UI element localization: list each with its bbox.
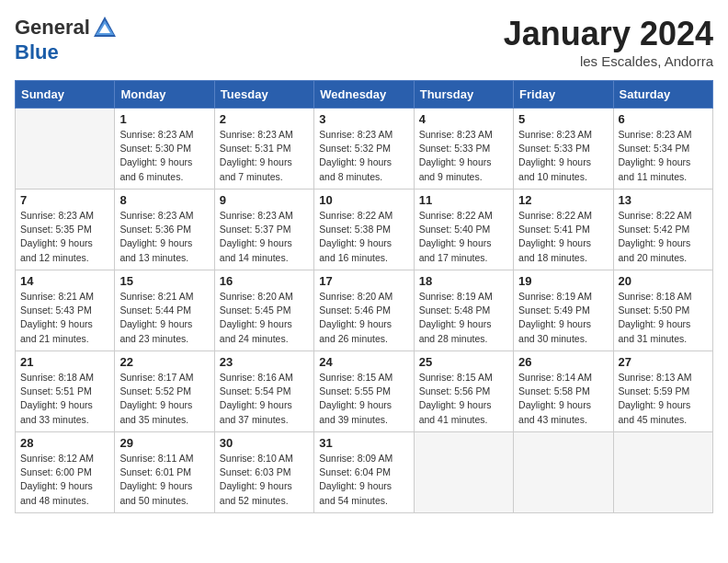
logo-icon [92, 15, 118, 40]
calendar-cell [414, 432, 513, 513]
calendar-cell: 20Sunrise: 8:18 AM Sunset: 5:50 PM Dayli… [613, 270, 712, 351]
calendar-col-header: Friday [514, 81, 613, 109]
day-number: 11 [419, 193, 508, 207]
day-number: 24 [319, 355, 408, 369]
page-header: General Blue January 2024 les Escaldes, … [15, 15, 713, 69]
day-detail: Sunrise: 8:21 AM Sunset: 5:43 PM Dayligh… [20, 290, 109, 346]
calendar-week-row: 21Sunrise: 8:18 AM Sunset: 5:51 PM Dayli… [16, 351, 713, 432]
day-detail: Sunrise: 8:18 AM Sunset: 5:51 PM Dayligh… [20, 371, 109, 427]
calendar-col-header: Thursday [414, 81, 513, 109]
day-number: 3 [319, 112, 408, 126]
day-detail: Sunrise: 8:23 AM Sunset: 5:35 PM Dayligh… [20, 209, 109, 265]
calendar-col-header: Sunday [16, 81, 115, 109]
day-number: 27 [619, 355, 708, 369]
calendar-week-row: 7Sunrise: 8:23 AM Sunset: 5:35 PM Daylig… [16, 190, 713, 270]
calendar-cell: 26Sunrise: 8:14 AM Sunset: 5:58 PM Dayli… [514, 351, 613, 432]
calendar-cell: 2Sunrise: 8:23 AM Sunset: 5:31 PM Daylig… [214, 109, 313, 190]
calendar-table: SundayMondayTuesdayWednesdayThursdayFrid… [15, 80, 713, 513]
day-number: 7 [20, 193, 109, 207]
day-number: 20 [619, 274, 708, 288]
day-detail: Sunrise: 8:23 AM Sunset: 5:30 PM Dayligh… [119, 128, 209, 184]
day-number: 25 [419, 355, 508, 369]
calendar-cell [16, 109, 115, 190]
day-detail: Sunrise: 8:19 AM Sunset: 5:48 PM Dayligh… [419, 290, 508, 346]
day-number: 1 [119, 112, 209, 126]
calendar-cell [514, 432, 613, 513]
day-number: 18 [419, 274, 508, 288]
day-detail: Sunrise: 8:13 AM Sunset: 5:59 PM Dayligh… [619, 371, 708, 427]
day-detail: Sunrise: 8:22 AM Sunset: 5:41 PM Dayligh… [518, 209, 608, 265]
day-detail: Sunrise: 8:21 AM Sunset: 5:44 PM Dayligh… [119, 290, 209, 346]
calendar-cell: 18Sunrise: 8:19 AM Sunset: 5:48 PM Dayli… [414, 270, 513, 351]
day-number: 28 [20, 436, 109, 450]
calendar-col-header: Monday [115, 81, 214, 109]
day-detail: Sunrise: 8:22 AM Sunset: 5:38 PM Dayligh… [319, 209, 408, 265]
day-number: 8 [119, 193, 209, 207]
calendar-cell: 5Sunrise: 8:23 AM Sunset: 5:33 PM Daylig… [514, 109, 613, 190]
calendar-week-row: 1Sunrise: 8:23 AM Sunset: 5:30 PM Daylig… [16, 109, 713, 190]
calendar-cell: 10Sunrise: 8:22 AM Sunset: 5:38 PM Dayli… [314, 190, 414, 270]
calendar-week-row: 14Sunrise: 8:21 AM Sunset: 5:43 PM Dayli… [16, 270, 713, 351]
logo: General Blue [15, 15, 118, 64]
calendar-cell: 15Sunrise: 8:21 AM Sunset: 5:44 PM Dayli… [115, 270, 214, 351]
calendar-cell: 7Sunrise: 8:23 AM Sunset: 5:35 PM Daylig… [16, 190, 115, 270]
month-title: January 2024 [504, 15, 713, 53]
calendar-week-row: 28Sunrise: 8:12 AM Sunset: 6:00 PM Dayli… [16, 432, 713, 513]
calendar-cell [613, 432, 712, 513]
calendar-cell: 3Sunrise: 8:23 AM Sunset: 5:32 PM Daylig… [314, 109, 414, 190]
day-detail: Sunrise: 8:23 AM Sunset: 5:31 PM Dayligh… [220, 128, 309, 184]
calendar-col-header: Tuesday [214, 81, 313, 109]
logo-general-text: General [15, 16, 90, 40]
calendar-col-header: Saturday [613, 81, 712, 109]
day-detail: Sunrise: 8:15 AM Sunset: 5:55 PM Dayligh… [319, 371, 408, 427]
day-detail: Sunrise: 8:15 AM Sunset: 5:56 PM Dayligh… [419, 371, 508, 427]
day-number: 12 [518, 193, 608, 207]
calendar-cell: 23Sunrise: 8:16 AM Sunset: 5:54 PM Dayli… [214, 351, 313, 432]
day-detail: Sunrise: 8:12 AM Sunset: 6:00 PM Dayligh… [20, 452, 109, 508]
calendar-cell: 22Sunrise: 8:17 AM Sunset: 5:52 PM Dayli… [115, 351, 214, 432]
day-detail: Sunrise: 8:10 AM Sunset: 6:03 PM Dayligh… [220, 452, 309, 508]
day-detail: Sunrise: 8:17 AM Sunset: 5:52 PM Dayligh… [119, 371, 209, 427]
day-detail: Sunrise: 8:23 AM Sunset: 5:33 PM Dayligh… [419, 128, 508, 184]
location: les Escaldes, Andorra [504, 53, 713, 69]
calendar-cell: 17Sunrise: 8:20 AM Sunset: 5:46 PM Dayli… [314, 270, 414, 351]
day-number: 6 [619, 112, 708, 126]
calendar-cell: 30Sunrise: 8:10 AM Sunset: 6:03 PM Dayli… [214, 432, 313, 513]
title-block: January 2024 les Escaldes, Andorra [504, 15, 713, 69]
day-number: 23 [220, 355, 309, 369]
calendar-cell: 14Sunrise: 8:21 AM Sunset: 5:43 PM Dayli… [16, 270, 115, 351]
day-detail: Sunrise: 8:23 AM Sunset: 5:36 PM Dayligh… [119, 209, 209, 265]
day-number: 17 [319, 274, 408, 288]
calendar-cell: 29Sunrise: 8:11 AM Sunset: 6:01 PM Dayli… [115, 432, 214, 513]
day-detail: Sunrise: 8:23 AM Sunset: 5:34 PM Dayligh… [619, 128, 708, 184]
calendar-cell: 19Sunrise: 8:19 AM Sunset: 5:49 PM Dayli… [514, 270, 613, 351]
logo-blue-text: Blue [15, 40, 59, 64]
calendar-cell: 13Sunrise: 8:22 AM Sunset: 5:42 PM Dayli… [613, 190, 712, 270]
day-number: 30 [220, 436, 309, 450]
day-detail: Sunrise: 8:22 AM Sunset: 5:40 PM Dayligh… [419, 209, 508, 265]
calendar-cell: 4Sunrise: 8:23 AM Sunset: 5:33 PM Daylig… [414, 109, 513, 190]
day-number: 22 [119, 355, 209, 369]
day-detail: Sunrise: 8:20 AM Sunset: 5:46 PM Dayligh… [319, 290, 408, 346]
day-number: 2 [220, 112, 309, 126]
calendar-header-row: SundayMondayTuesdayWednesdayThursdayFrid… [16, 81, 713, 109]
day-number: 26 [518, 355, 608, 369]
calendar-cell: 6Sunrise: 8:23 AM Sunset: 5:34 PM Daylig… [613, 109, 712, 190]
day-number: 29 [119, 436, 209, 450]
calendar-cell: 25Sunrise: 8:15 AM Sunset: 5:56 PM Dayli… [414, 351, 513, 432]
day-detail: Sunrise: 8:19 AM Sunset: 5:49 PM Dayligh… [518, 290, 608, 346]
day-detail: Sunrise: 8:23 AM Sunset: 5:32 PM Dayligh… [319, 128, 408, 184]
day-number: 19 [518, 274, 608, 288]
day-detail: Sunrise: 8:14 AM Sunset: 5:58 PM Dayligh… [518, 371, 608, 427]
day-number: 10 [319, 193, 408, 207]
day-detail: Sunrise: 8:18 AM Sunset: 5:50 PM Dayligh… [619, 290, 708, 346]
calendar-col-header: Wednesday [314, 81, 414, 109]
day-detail: Sunrise: 8:23 AM Sunset: 5:37 PM Dayligh… [220, 209, 309, 265]
calendar-cell: 8Sunrise: 8:23 AM Sunset: 5:36 PM Daylig… [115, 190, 214, 270]
day-number: 31 [319, 436, 408, 450]
day-number: 4 [419, 112, 508, 126]
calendar-cell: 1Sunrise: 8:23 AM Sunset: 5:30 PM Daylig… [115, 109, 214, 190]
day-detail: Sunrise: 8:23 AM Sunset: 5:33 PM Dayligh… [518, 128, 608, 184]
calendar-cell: 27Sunrise: 8:13 AM Sunset: 5:59 PM Dayli… [613, 351, 712, 432]
calendar-cell: 16Sunrise: 8:20 AM Sunset: 5:45 PM Dayli… [214, 270, 313, 351]
